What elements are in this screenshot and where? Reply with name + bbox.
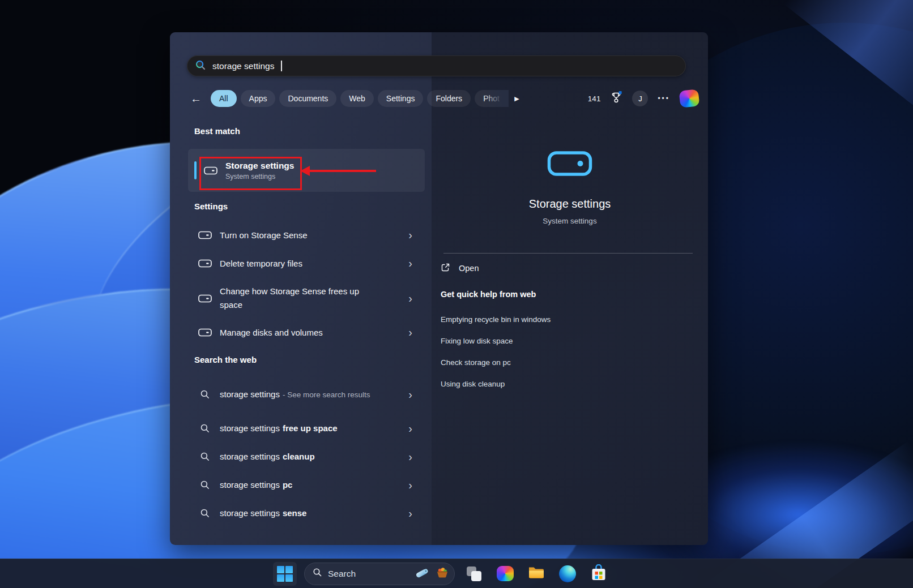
taskbar-search-label: Search [328, 569, 409, 579]
desktop: Storage settings System settings Open Ge… [0, 0, 913, 588]
settings-result[interactable]: Turn on Storage Sense › [188, 224, 425, 246]
web-query-suffix: - See more search results [283, 390, 370, 399]
edge-browser-button[interactable] [556, 562, 579, 586]
chevron-right-icon: › [404, 257, 412, 269]
filter-tab-web[interactable]: Web [340, 90, 374, 107]
search-icon [313, 568, 322, 580]
search-icon [198, 423, 212, 434]
filter-tab-all[interactable]: All [211, 90, 237, 107]
web-query-suffix: sense [283, 508, 307, 518]
search-input[interactable]: storage settings [187, 55, 686, 76]
text-caret [281, 61, 282, 71]
folder-icon [528, 565, 545, 582]
filter-tab-folders[interactable]: Folders [427, 90, 471, 107]
filter-tab-apps[interactable]: Apps [241, 90, 276, 107]
storage-drive-large-icon [547, 151, 592, 179]
windows-logo-icon [277, 566, 293, 582]
web-search-result[interactable]: storage settingsfree up space › [188, 417, 425, 440]
annotation-arrow-head [300, 166, 310, 176]
back-arrow-icon[interactable]: ← [190, 92, 202, 105]
settings-result-label: Turn on Storage Sense [220, 230, 308, 240]
web-query-text: storage settings [220, 452, 280, 461]
chevron-right-icon: › [404, 327, 412, 338]
search-icon [198, 452, 212, 462]
selection-accent-bar [194, 161, 197, 179]
preview-divider [443, 253, 693, 254]
settings-result[interactable]: Delete temporary files › [188, 252, 425, 274]
search-highlight-ribbon-icon [415, 567, 430, 581]
settings-result[interactable]: Manage disks and volumes › [188, 321, 425, 344]
web-search-result[interactable]: storage settingscleanup › [188, 445, 425, 468]
web-section-header: Search the web [194, 355, 257, 364]
web-query-text: storage settings [220, 389, 280, 399]
rewards-trophy-icon[interactable] [610, 91, 622, 106]
annotation-highlight-box [199, 157, 302, 190]
search-icon [195, 59, 206, 73]
open-external-icon [441, 263, 450, 274]
storage-drive-icon [198, 328, 212, 337]
search-icon [198, 480, 212, 490]
copilot-button[interactable] [493, 562, 517, 586]
taskbar-search-box[interactable]: Search [304, 563, 455, 585]
chevron-right-icon: › [404, 389, 412, 400]
taskbar: Search [0, 559, 913, 588]
overflow-menu-icon[interactable]: ••• [658, 95, 670, 102]
copilot-icon[interactable] [679, 89, 700, 108]
web-query-suffix: free up space [283, 423, 338, 433]
chevron-right-icon: › [404, 423, 412, 434]
task-view-icon [466, 565, 483, 582]
file-explorer-button[interactable] [524, 562, 548, 586]
chevron-right-icon: › [404, 479, 412, 491]
search-flyout-panel: Storage settings System settings Open Ge… [170, 32, 708, 545]
open-label: Open [459, 264, 479, 273]
storage-drive-icon [198, 294, 212, 303]
web-query-text: storage settings [220, 508, 280, 518]
copilot-icon [497, 566, 514, 581]
chevron-right-icon: › [404, 229, 412, 241]
best-match-header: Best match [194, 126, 240, 136]
search-icon [198, 508, 212, 518]
microsoft-store-icon [591, 564, 606, 583]
settings-result-label: Delete temporary files [220, 259, 302, 268]
preview-title: Storage settings [432, 198, 708, 211]
edge-icon [559, 565, 576, 582]
filter-tab-documents[interactable]: Documents [279, 90, 336, 107]
web-search-result[interactable]: storage settingssense › [188, 502, 425, 525]
quick-help-header: Get quick help from web [441, 290, 536, 299]
quick-help-link[interactable]: Using disk cleanup [441, 380, 505, 388]
search-filter-bar: ← All Apps Documents Web Settings Folder… [187, 89, 699, 108]
settings-result[interactable]: Change how Storage Sense frees up space … [188, 281, 425, 315]
storage-drive-icon [198, 231, 212, 239]
start-button[interactable] [273, 562, 297, 586]
settings-result-label: Manage disks and volumes [220, 328, 323, 337]
filter-pills: All Apps Documents Web Settings Folders … [211, 90, 507, 107]
storage-drive-icon [198, 259, 212, 268]
annotation-arrow [309, 170, 376, 172]
quick-help-link[interactable]: Fixing low disk space [441, 337, 513, 345]
web-search-result[interactable]: storage settingspc › [188, 474, 425, 496]
result-preview-pane: Storage settings System settings Open Ge… [432, 32, 708, 545]
search-icon [198, 389, 212, 400]
chevron-right-icon: › [404, 293, 412, 304]
preview-subtitle: System settings [432, 217, 708, 225]
search-query-text: storage settings [212, 61, 274, 71]
web-query-text: storage settings [220, 480, 280, 490]
quick-help-link[interactable]: Check storage on pc [441, 358, 511, 367]
chevron-right-icon: › [404, 451, 412, 462]
web-query-text: storage settings [220, 423, 280, 433]
more-filters-icon[interactable]: ▶ [514, 95, 519, 102]
open-action[interactable]: Open [432, 258, 708, 278]
web-query-suffix: pc [283, 480, 293, 490]
microsoft-store-button[interactable] [587, 562, 611, 586]
task-view-button[interactable] [462, 562, 486, 586]
filter-tab-settings[interactable]: Settings [378, 90, 424, 107]
web-query-suffix: cleanup [283, 452, 315, 461]
web-search-result[interactable]: storage settings- See more search result… [188, 377, 425, 411]
settings-section-header: Settings [194, 201, 228, 211]
user-avatar[interactable]: J [632, 91, 648, 106]
settings-result-label: Change how Storage Sense frees up space [220, 285, 362, 312]
rewards-points[interactable]: 141 [588, 95, 601, 103]
filter-bar-right-cluster: 141 J ••• [588, 90, 699, 107]
filter-overflow-fade [484, 90, 509, 107]
quick-help-link[interactable]: Emptying recycle bin in windows [441, 315, 551, 324]
